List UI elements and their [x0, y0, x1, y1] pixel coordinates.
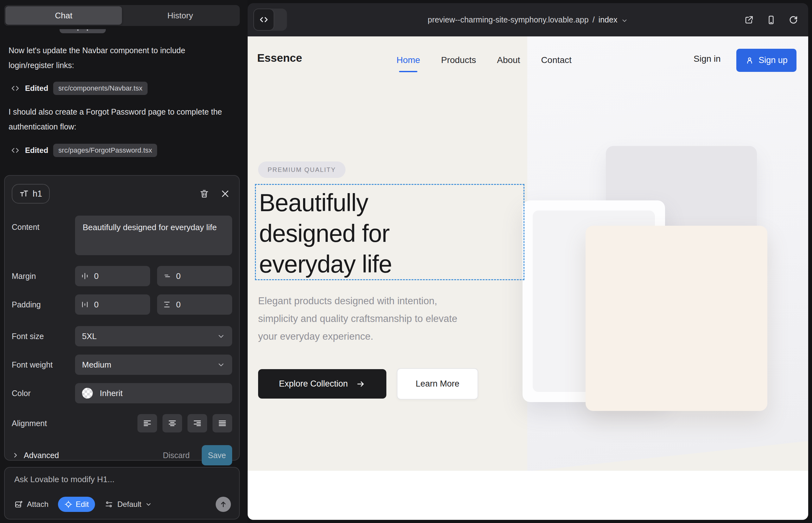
nav-link-home[interactable]: Home: [396, 55, 420, 65]
edit-mode-button[interactable]: Edit: [58, 497, 95, 512]
font-size-label: Font size: [12, 332, 75, 341]
url-separator: /: [593, 15, 595, 24]
chevron-down-icon: [621, 17, 628, 24]
close-editor-button[interactable]: [218, 187, 232, 201]
padding-y-input[interactable]: 0: [157, 294, 232, 315]
hero-description: Elegant products designed with intention…: [258, 292, 467, 345]
hero-section: Essence Home Products About Contact Sign…: [248, 36, 808, 471]
code-icon: [11, 84, 20, 93]
color-label: Color: [12, 389, 75, 398]
close-icon: [220, 189, 230, 198]
refresh-icon: [788, 15, 799, 25]
target-icon: [64, 500, 72, 508]
user-icon: [745, 56, 754, 65]
preview-browser-bar: preview--charming-site-symphony.lovable.…: [248, 3, 808, 36]
color-value: Inherit: [100, 389, 225, 398]
margin-x-value: 0: [94, 271, 99, 281]
margin-y-input[interactable]: 0: [157, 266, 232, 286]
trash-icon: [199, 189, 209, 199]
attach-button[interactable]: Attach: [14, 500, 49, 509]
file-chip[interactable]: src/pages/ForgotPassword.tsx: [53, 144, 157, 157]
edited-file-row: Edited src/components/Navbar.tsx: [11, 82, 147, 95]
padding-horizontal-icon: [81, 301, 89, 309]
site-navbar: Essence Home Products About Contact Sign…: [248, 36, 808, 84]
font-size-select[interactable]: 5XL: [75, 326, 232, 346]
alignment-label: Alignment: [12, 419, 75, 428]
open-external-button[interactable]: [744, 15, 754, 25]
padding-x-input[interactable]: 0: [75, 294, 150, 315]
chevron-right-icon: [12, 451, 19, 459]
premium-quality-badge: PREMIUM QUALITY: [258, 161, 346, 178]
nav-link-contact[interactable]: Contact: [541, 55, 572, 65]
advanced-toggle[interactable]: Advanced: [12, 451, 59, 460]
site-viewport: Essence Home Products About Contact Sign…: [248, 36, 808, 520]
external-link-icon: [744, 15, 754, 25]
align-justify-icon: [217, 418, 227, 428]
color-swatch: [82, 388, 93, 399]
edited-file-row: Edited src/pages/ForgotPassword.tsx: [11, 144, 157, 157]
default-mode-select[interactable]: Default: [105, 500, 152, 509]
content-label: Content: [12, 222, 75, 232]
default-label: Default: [117, 500, 141, 509]
font-weight-select[interactable]: Medium: [75, 355, 232, 375]
scrolled-message-fragment: [59, 29, 106, 33]
edited-label: Edited: [25, 84, 48, 93]
decorative-card-cream: [586, 226, 767, 411]
chat-history-tabbar: Chat History: [4, 5, 240, 26]
align-left-button[interactable]: [138, 414, 157, 432]
edit-label: Edit: [76, 500, 89, 509]
refresh-button[interactable]: [788, 15, 799, 25]
nav-link-about[interactable]: About: [497, 55, 520, 65]
attach-label: Attach: [27, 500, 49, 509]
align-center-button[interactable]: [162, 414, 182, 432]
explore-collection-button[interactable]: Explore Collection: [258, 369, 386, 399]
chevron-down-icon: [217, 332, 225, 340]
sign-in-link[interactable]: Sign in: [693, 54, 721, 64]
margin-horizontal-icon: [81, 272, 89, 280]
route-name: index: [599, 15, 618, 24]
discard-button[interactable]: Discard: [163, 451, 190, 460]
code-icon: [11, 146, 20, 155]
element-tag-label: h1: [33, 189, 42, 199]
chevron-down-icon: [145, 501, 152, 508]
save-button[interactable]: Save: [202, 445, 232, 465]
align-left-icon: [142, 418, 152, 428]
font-weight-label: Font weight: [12, 360, 75, 369]
sliders-icon: [105, 500, 113, 509]
tab-history[interactable]: History: [122, 6, 239, 25]
padding-label: Padding: [12, 300, 75, 309]
assistant-message: Now let's update the Navbar component to…: [8, 43, 227, 73]
composer-input[interactable]: Ask Lovable to modify H1...: [14, 474, 230, 484]
site-logo[interactable]: Essence: [257, 52, 302, 64]
align-center-icon: [167, 418, 177, 428]
align-right-button[interactable]: [188, 414, 207, 432]
nav-link-products[interactable]: Products: [441, 55, 476, 65]
color-select[interactable]: Inherit: [75, 383, 232, 403]
align-justify-button[interactable]: [212, 414, 232, 432]
padding-y-value: 0: [176, 300, 180, 310]
sign-up-label: Sign up: [758, 55, 788, 65]
sign-up-button[interactable]: Sign up: [736, 49, 796, 72]
arrow-right-icon: [356, 379, 366, 389]
url-display[interactable]: preview--charming-site-symphony.lovable.…: [248, 3, 808, 36]
edited-label: Edited: [25, 146, 48, 155]
margin-x-input[interactable]: 0: [75, 266, 150, 286]
hero-headline[interactable]: Beautifully designed for everyday life: [259, 187, 392, 279]
send-button[interactable]: [216, 497, 231, 512]
tab-chat[interactable]: Chat: [5, 6, 122, 25]
align-right-icon: [193, 418, 202, 428]
margin-y-value: 0: [176, 271, 180, 281]
mobile-view-button[interactable]: [766, 15, 777, 25]
chevron-down-icon: [217, 361, 225, 369]
selected-element-pill[interactable]: h1: [12, 184, 50, 203]
arrow-up-icon: [219, 500, 227, 508]
delete-element-button[interactable]: [197, 187, 211, 201]
h1-selection-outline[interactable]: Beautifully designed for everyday life: [255, 184, 525, 280]
learn-more-button[interactable]: Learn More: [397, 368, 478, 399]
padding-vertical-icon: [163, 301, 171, 309]
attach-image-icon: [14, 500, 23, 509]
content-textarea[interactable]: Beautifully designed for everyday life: [75, 216, 232, 255]
assistant-message: I should also create a Forgot Password p…: [8, 105, 227, 134]
font-weight-value: Medium: [82, 360, 217, 370]
file-chip[interactable]: src/components/Navbar.tsx: [53, 82, 147, 95]
